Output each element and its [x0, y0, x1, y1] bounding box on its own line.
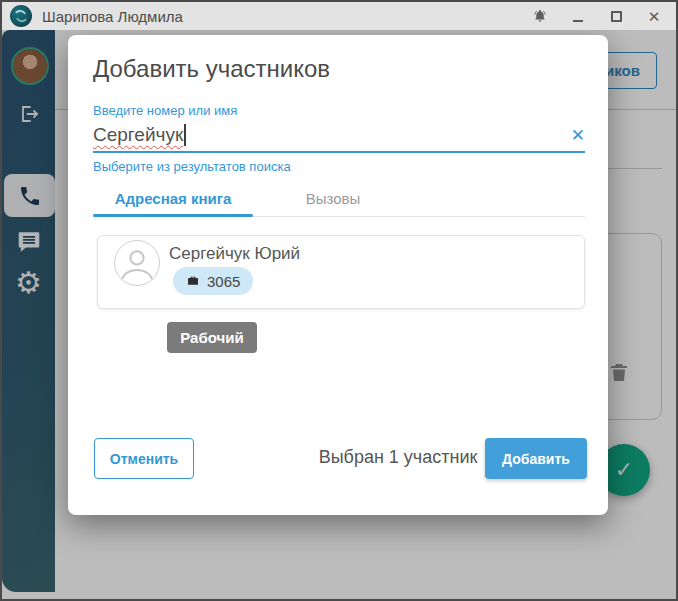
search-input[interactable]: Сергейчук ✕	[93, 121, 585, 149]
number-type-tooltip: Рабочий	[167, 322, 257, 353]
results-tabs: Адресная книга Вызовы	[93, 187, 585, 218]
tab-calls[interactable]: Вызовы	[253, 187, 413, 215]
search-results-hint: Выберите из результатов поиска	[93, 159, 291, 174]
contact-name: Сергейчук Юрий	[169, 244, 300, 264]
cancel-button[interactable]: Отменить	[94, 438, 194, 479]
dialog-title: Добавить участников	[93, 55, 330, 83]
minimize-icon	[573, 20, 583, 22]
tab-address-book[interactable]: Адресная книга	[93, 187, 253, 215]
maximize-icon	[611, 11, 622, 22]
close-button[interactable]: ✕	[646, 7, 662, 25]
titlebar: Шарипова Людмила ✕	[2, 2, 676, 30]
contact-number-badge: 3065	[173, 267, 253, 295]
notifications-bell-icon[interactable]	[532, 7, 548, 25]
app-logo-icon	[10, 5, 32, 27]
briefcase-icon	[186, 274, 200, 288]
search-input-value: Сергейчук	[93, 124, 183, 146]
maximize-button[interactable]	[608, 7, 624, 25]
close-icon: ✕	[648, 9, 661, 24]
input-underline	[93, 151, 585, 153]
selection-status: Выбран 1 участник	[308, 447, 488, 468]
active-tab-indicator	[93, 214, 253, 217]
clear-search-icon[interactable]: ✕	[571, 127, 585, 144]
search-input-label: Введите номер или имя	[93, 103, 237, 118]
text-caret	[184, 124, 186, 146]
minimize-button[interactable]	[570, 7, 586, 25]
add-button[interactable]: Добавить	[485, 438, 587, 479]
contact-number: 3065	[207, 273, 240, 290]
contact-avatar-placeholder	[114, 240, 160, 286]
contact-result-item[interactable]: Сергейчук Юрий 3065	[97, 235, 585, 309]
add-participants-dialog: Добавить участников Введите номер или им…	[68, 35, 608, 515]
app-area: иков иков ✓ ⚙	[2, 30, 676, 599]
app-window: Шарипова Людмила ✕ иков иков ✓	[0, 0, 678, 601]
window-title: Шарипова Людмила	[42, 8, 183, 25]
